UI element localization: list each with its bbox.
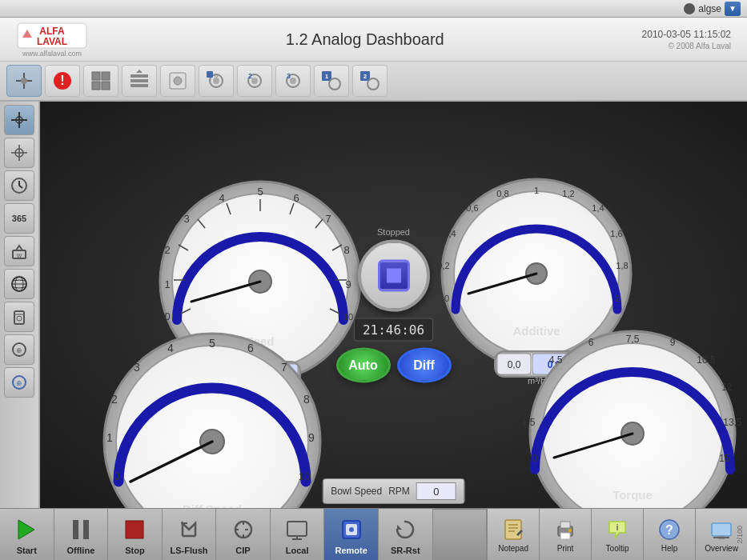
svg-text:0,6: 0,6 xyxy=(466,203,478,213)
toolbar-btn-gear4[interactable]: 1 xyxy=(314,65,349,97)
svg-text:4: 4 xyxy=(167,342,174,354)
sidebar-btn-globe[interactable] xyxy=(4,269,34,299)
help-icon: ? xyxy=(657,517,682,542)
offline-icon xyxy=(66,515,95,544)
tooltip-label: Tooltip xyxy=(606,544,629,553)
start-icon xyxy=(12,515,41,544)
local-icon xyxy=(283,515,311,544)
cip-button[interactable]: CIP xyxy=(216,509,271,560)
svg-text:⊕: ⊕ xyxy=(16,379,22,387)
copyright-text: © 2008 Alfa Laval xyxy=(642,42,731,50)
stop-bottom-label: Stop xyxy=(125,546,144,555)
svg-text:2: 2 xyxy=(111,393,118,406)
bowl-speed-bar: Bowl Speed RPM 0 xyxy=(322,478,465,504)
svg-rect-8 xyxy=(92,72,100,80)
user-info: algse ▼ xyxy=(684,2,741,16)
svg-rect-14 xyxy=(131,84,148,87)
local-button[interactable]: Local xyxy=(271,509,325,560)
toolbar-btn-gear5[interactable]: 2 xyxy=(352,65,388,97)
svg-text:0: 0 xyxy=(164,310,170,322)
diff-button[interactable]: Diff xyxy=(397,348,452,383)
svg-text:1,6: 1,6 xyxy=(610,229,622,238)
notepad-button[interactable]: Notepad xyxy=(487,509,539,560)
toolbar-btn-settings[interactable] xyxy=(160,65,195,97)
sidebar-btn-calendar[interactable]: 365 xyxy=(4,203,34,234)
notepad-label: Notepad xyxy=(498,544,528,553)
user-icon xyxy=(684,3,695,14)
svg-point-18 xyxy=(213,78,219,84)
svg-text:7: 7 xyxy=(325,213,331,225)
svg-text:Additive: Additive xyxy=(512,324,560,338)
svg-text:!: ! xyxy=(60,74,64,87)
sidebar-btn-globe2[interactable]: ⊕ xyxy=(4,334,34,365)
svg-text:2: 2 xyxy=(363,73,367,80)
tooltip-button[interactable]: i Tooltip xyxy=(591,509,643,560)
svg-point-23 xyxy=(251,78,258,84)
toolbar-btn-grid[interactable] xyxy=(83,65,118,97)
tooltip-icon: i xyxy=(604,517,630,542)
sidebar-btn-clock[interactable] xyxy=(4,170,34,201)
svg-rect-158 xyxy=(287,522,307,536)
svg-text:12: 12 xyxy=(721,382,733,393)
svg-marker-164 xyxy=(397,525,402,530)
overview-icon xyxy=(709,517,734,542)
center-action-buttons: Auto Diff xyxy=(336,348,452,383)
svg-text:3: 3 xyxy=(183,213,189,225)
toolbar-btn-gear1[interactable]: ⚙ xyxy=(199,65,234,97)
ls-flush-label: LS-Flush xyxy=(170,546,207,555)
vertical-label-container: 2/100 xyxy=(734,510,745,560)
sr-rst-button[interactable]: SR-Rst xyxy=(379,509,433,560)
svg-point-32 xyxy=(367,78,379,90)
svg-point-29 xyxy=(329,78,340,90)
svg-text:1: 1 xyxy=(534,186,539,195)
dashboard: 5 6 7 8 9 4 3 2 1 10 0 xyxy=(40,102,747,508)
sidebar-btn-crosshair[interactable] xyxy=(4,105,34,135)
svg-rect-171 xyxy=(560,533,570,539)
svg-text:3: 3 xyxy=(287,72,291,80)
vertical-label: 2/100 xyxy=(736,526,744,544)
sidebar-btn-diff[interactable]: ⊕ xyxy=(4,367,34,398)
overview-label: Overview xyxy=(705,544,738,553)
print-label: Print xyxy=(557,544,574,553)
offline-button[interactable]: Offline xyxy=(54,509,109,560)
start-button[interactable]: Start xyxy=(0,509,54,560)
ls-flush-button[interactable]: LS-Flush xyxy=(163,509,217,560)
user-dropdown-button[interactable]: ▼ xyxy=(725,2,741,16)
stop-square xyxy=(387,269,401,283)
header: ALFA LAVAL www.alfalaval.com 1.2 Analog … xyxy=(0,18,747,62)
toolbar-btn-gear2[interactable]: 2 xyxy=(237,65,272,97)
stop-button[interactable] xyxy=(358,240,430,312)
help-button[interactable]: ? Help xyxy=(643,509,695,560)
svg-text:3: 3 xyxy=(532,382,538,393)
sidebar-btn-beer[interactable] xyxy=(4,302,34,332)
svg-text:LAVAL: LAVAL xyxy=(37,36,67,47)
auto-button[interactable]: Auto xyxy=(336,348,391,383)
sidebar-btn-weight[interactable]: W xyxy=(4,236,34,266)
print-icon xyxy=(552,517,578,542)
remote-button[interactable]: Remote xyxy=(324,509,379,560)
svg-rect-154 xyxy=(73,520,78,539)
cip-icon xyxy=(229,515,258,544)
sidebar-btn-crosshair2[interactable] xyxy=(4,138,34,168)
datetime-display: 2010-03-05 11:15:02 xyxy=(642,29,731,40)
svg-text:1: 1 xyxy=(106,431,113,444)
stop-icon xyxy=(378,260,410,292)
print-button[interactable]: Print xyxy=(539,509,591,560)
status-label: Stopped xyxy=(377,227,410,237)
svg-text:10: 10 xyxy=(299,470,310,482)
svg-text:0: 0 xyxy=(114,470,120,482)
ls-flush-icon xyxy=(175,515,203,544)
svg-text:1: 1 xyxy=(325,73,329,80)
toolbar-btn-gear3[interactable]: 3 xyxy=(275,65,311,97)
bowl-speed-unit: RPM xyxy=(388,486,410,497)
toolbar-btn-active[interactable] xyxy=(6,65,42,97)
center-panel: Stopped 21:46:06 Auto Diff xyxy=(336,227,452,383)
toolbar-btn-alarm[interactable]: ! xyxy=(45,65,80,97)
toolbar-btn-bars[interactable] xyxy=(122,65,157,97)
svg-rect-170 xyxy=(560,522,570,528)
svg-point-163 xyxy=(349,527,354,532)
local-label: Local xyxy=(286,546,309,555)
sr-rst-icon xyxy=(391,515,420,544)
stop-bottom-button[interactable]: Stop xyxy=(108,509,163,560)
svg-rect-176 xyxy=(712,523,731,536)
